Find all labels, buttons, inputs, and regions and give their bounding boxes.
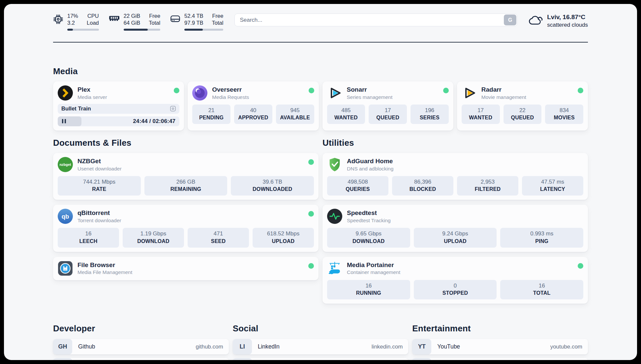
sonarr-icon	[327, 85, 342, 101]
media-type-icon	[170, 106, 176, 111]
stat-box: 618.52 Mbps UPLOAD	[253, 228, 314, 247]
status-dot	[443, 88, 449, 93]
cpu-stat: 17% 3.2 CPU Load	[53, 13, 99, 31]
section-title-entertainment: Entertainment	[412, 323, 588, 334]
search-bar: G	[234, 14, 517, 26]
disk-stat: 52.4 TB 97.9 TB Free Total	[170, 13, 223, 31]
app-subtitle: Container management	[347, 269, 400, 275]
playback-time: 24:44 / 02:06:47	[133, 118, 175, 125]
stat-box: 2,953 FILTERED	[457, 176, 518, 196]
section-title-utilities: Utilities	[322, 138, 588, 148]
cpu-percent: 17%	[67, 13, 78, 19]
stat-box: 1.19 Gbps DOWNLOAD	[123, 228, 184, 247]
app-name: Radarr	[481, 86, 526, 94]
app-name: Overseerr	[212, 86, 249, 94]
cpu-label: CPU	[87, 13, 99, 19]
radarr-card[interactable]: Radarr Movie management 17 WANTED 22 QUE…	[457, 81, 588, 131]
status-dot	[174, 88, 179, 93]
status-dot	[309, 88, 314, 93]
memory-free-label: Free	[149, 13, 160, 19]
overseerr-card[interactable]: Overseerr Media Requests 21 PENDING 40 A…	[188, 81, 319, 131]
header-divider	[53, 42, 588, 43]
bookmark-abbr: NF	[412, 358, 431, 360]
cloud-icon	[529, 15, 543, 27]
bookmark-abbr: SO	[53, 358, 72, 360]
stat-box: 86,396 BLOCKED	[392, 176, 453, 196]
section-title-media: Media	[53, 66, 588, 76]
qbittorrent-icon: qb	[58, 209, 73, 224]
memory-total-label: Total	[149, 19, 160, 26]
bookmark-github[interactable]: GH Github github.com	[53, 339, 229, 354]
nzbget-card[interactable]: nzbget NZBGet Usenet downloader 74	[53, 153, 319, 200]
disk-total-label: Total	[212, 19, 224, 26]
stat-box: 471 SEED	[188, 228, 249, 247]
app-name: Speedtest	[347, 209, 391, 217]
speedtest-card[interactable]: Speedtest Speedtest Tracking 9.65 Gbps D…	[322, 205, 588, 252]
stat-box: 945 AVAILABLE	[276, 105, 314, 124]
status-dot	[308, 159, 314, 165]
stat-box: 9.24 Gbps UPLOAD	[414, 228, 497, 247]
filebrowser-card[interactable]: File Browser Media File Management	[53, 257, 319, 280]
section-title-social: Social	[233, 323, 409, 334]
app-subtitle: Usenet downloader	[77, 166, 122, 172]
stat-box: 196 SERIES	[411, 105, 449, 124]
filebrowser-icon	[58, 261, 73, 276]
memory-stat: 22 GiB 64 GiB Free Total	[109, 13, 160, 31]
weather-condition: scattered clouds	[547, 21, 588, 29]
app-subtitle: Media Requests	[212, 94, 249, 100]
hard-drive-icon	[170, 14, 180, 31]
memory-progress-bar	[124, 29, 160, 31]
stat-box: 16 RUNNING	[327, 280, 410, 299]
svg-text:qb: qb	[62, 213, 69, 220]
disk-progress-bar	[184, 29, 223, 31]
stat-box: 0.993 ms PING	[500, 228, 583, 247]
app-name: Plex	[77, 86, 107, 94]
bookmark-netflix[interactable]: NF Netflix netflix.com	[412, 358, 588, 360]
status-dot	[308, 211, 314, 217]
app-subtitle: Torrent downloader	[77, 217, 121, 224]
cpu-load-label: Load	[87, 19, 99, 26]
stat-box: 47.57 ms LATENCY	[522, 176, 583, 196]
section-title-documents: Documents & Files	[53, 138, 319, 148]
bookmark-name: YouTube	[437, 343, 460, 350]
plex-icon	[58, 85, 73, 101]
bookmark-youtube[interactable]: YT YouTube youtube.com	[412, 339, 588, 354]
qbittorrent-card[interactable]: qb qBittorrent Torrent downloader	[53, 205, 319, 252]
memory-total-value: 64 GiB	[124, 19, 140, 26]
app-subtitle: Media File Management	[77, 269, 132, 275]
svg-text:nzbget: nzbget	[59, 163, 71, 167]
plex-card[interactable]: Plex Media server Bullet Train 24:44 / 0…	[53, 81, 184, 131]
bookmark-twitter[interactable]: TW Twitter twitter.com	[233, 358, 409, 360]
bookmark-linkedin[interactable]: LI LinkedIn linkedin.com	[233, 339, 409, 354]
stat-box: 16 LEECH	[58, 228, 119, 247]
memory-free-value: 22 GiB	[124, 13, 140, 19]
stat-box: 22 QUEUED	[504, 105, 542, 124]
search-engine-button[interactable]: G	[504, 15, 516, 25]
bookmark-abbr: LI	[233, 339, 252, 354]
bookmark-name: LinkedIn	[258, 343, 280, 350]
search-input[interactable]	[234, 14, 517, 26]
stat-box: 17 QUEUED	[369, 105, 407, 124]
status-dot	[578, 88, 583, 93]
bookmark-name: Github	[78, 343, 95, 350]
bookmark-stackoverflow[interactable]: SO StackOverflow stackoverflow.com	[53, 358, 229, 360]
portainer-card[interactable]: Media Portainer Container management 16 …	[322, 257, 588, 304]
cpu-chip-icon	[53, 14, 63, 31]
disk-free-label: Free	[212, 13, 224, 19]
weather-widget: Lviv, 16.87°C scattered clouds	[529, 13, 588, 29]
stat-box: 17 WANTED	[462, 105, 500, 124]
app-name: Sonarr	[347, 86, 393, 94]
playback-progress: 24:44 / 02:06:47	[58, 116, 179, 126]
adguard-card[interactable]: AdGuard Home DNS and adblocking 498,508 …	[322, 153, 588, 200]
weather-location-temp: Lviv, 16.87°C	[547, 13, 588, 21]
app-subtitle: Series management	[347, 94, 393, 100]
top-bar: 17% 3.2 CPU Load	[53, 4, 588, 31]
bookmark-url: github.com	[196, 344, 223, 350]
bookmark-abbr: GH	[53, 339, 72, 354]
now-playing-row: Bullet Train	[58, 104, 179, 114]
pause-icon	[62, 119, 66, 123]
dashboard-panel: 17% 3.2 CPU Load	[4, 4, 637, 360]
bookmark-abbr: TW	[233, 358, 252, 360]
sonarr-card[interactable]: Sonarr Series management 485 WANTED 17 Q…	[322, 81, 453, 131]
app-name: AdGuard Home	[347, 157, 393, 165]
